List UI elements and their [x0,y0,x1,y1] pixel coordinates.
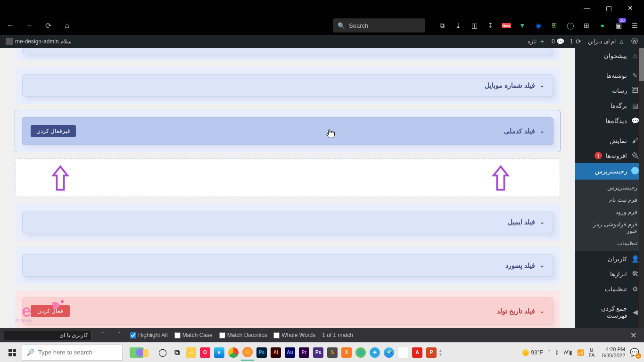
browser-menu-button[interactable]: ☰ [629,20,640,31]
find-close-button[interactable]: ✕ [630,331,636,340]
appearance-icon: 🖌 [631,137,639,144]
taskbar-overflow-scroll[interactable]: ▴▾ [439,348,445,357]
sub-item-registerpress[interactable]: رجیسترپرس [575,181,644,194]
sidebar-item-label: رجیسترپرس [595,168,627,175]
sidebar-item-registerpress[interactable]: رجیسترپرس [575,163,644,180]
window-maximize-button[interactable]: ▢ [598,2,619,14]
chevron-down-icon: ⌄ [540,262,545,269]
ext-circle-icon[interactable]: ◯ [565,20,576,31]
taskbar-telegram-icon[interactable]: ✈ [368,345,382,361]
start-button[interactable] [3,344,22,361]
taskbar-globe-icon[interactable]: 🌐 [354,345,368,361]
nav-home-button[interactable]: ⌂ [60,19,74,32]
taskbar-weather[interactable]: 93°F [522,349,543,356]
taskbar-opera-icon[interactable]: O [198,345,212,361]
taskbar-ps-alt-icon[interactable]: Ps [311,345,325,361]
main-content: ⌄فیلد شماره موبایل ⌄فیلد کدملی غیرفعال ک… [0,48,575,328]
tray-notifications-icon[interactable]: 💬4 [630,348,639,357]
taskbar-explorer-icon[interactable]: 📁 [184,345,198,361]
sub-item-login-form[interactable]: فرم ورود [575,206,644,218]
find-prev-button[interactable]: ˆ [98,332,107,338]
ext-puzzle-icon[interactable]: ⧉ [437,20,448,31]
ext-grid-icon[interactable]: ⊞ [581,20,592,31]
tray-language[interactable]: فاFA [589,347,594,358]
field-row-national[interactable]: ⌄فیلد کدملی غیرفعال کردن [22,117,553,145]
windows-taskbar: 🔎 Type here to search ◯ ⧉ 📁 O e Ps Ai Au… [0,342,644,362]
taskbar-audition-icon[interactable]: Au [283,345,297,361]
find-matchcase-checkbox[interactable]: Match Case [174,332,213,338]
wp-new-link[interactable]: +تازه [528,38,546,45]
sidebar-item-settings[interactable]: ⚙تنظیمات [575,281,644,296]
ext-download-icon[interactable]: ⤓ [453,20,464,31]
window-minimize-button[interactable]: — [576,2,598,14]
taskbar-search-input[interactable]: 🔎 Type here to search [22,345,123,361]
ext-shield-icon[interactable]: ⛨ [549,20,560,31]
tray-battery-icon[interactable]: 🗲▮ [563,349,572,356]
sidebar-item-media[interactable]: 🖾رسانه [575,83,644,98]
page-scrollbar[interactable] [639,48,644,328]
window-close-button[interactable]: ✕ [619,2,641,14]
browser-search-input[interactable]: 🔍 Search [333,18,425,33]
wp-site-link[interactable]: ⌂ام ای دیزاین [588,38,625,45]
sidebar-item-users[interactable]: 👤کاربران [575,251,644,266]
sidebar-item-pages[interactable]: ▤برگه‌ها [575,98,644,113]
sidebar-item-posts[interactable]: ✎نوشته‌ها [575,68,644,83]
tray-wifi-icon[interactable]: 📶 [577,349,584,356]
ext-save-icon[interactable]: ↧ [485,20,496,31]
drop-zone[interactable] [15,158,560,197]
nav-back-button[interactable]: ← [4,19,17,32]
taskbar-widget[interactable] [125,344,154,361]
taskbar-earth-icon[interactable]: 🌍 [382,345,396,361]
wp-logo-icon[interactable]: ⓦ [631,38,638,45]
sub-item-forgot-form[interactable]: فرم فراموشی رمز عبور [575,218,644,237]
sub-item-register-form[interactable]: فرم ثبت نام [575,194,644,206]
wp-updates-link[interactable]: ⟳1 [570,38,583,45]
find-next-button[interactable]: ˇ [114,332,124,338]
tray-bluetooth-icon[interactable]: ᛒ [555,349,559,356]
taskbar-firefox-icon[interactable] [240,345,255,361]
field-row-email[interactable]: ⌄فیلد ایمیل [22,211,553,233]
taskbar-powerpoint-icon[interactable]: P [424,345,438,361]
sidebar-item-label: افزونه‌ها [606,152,627,159]
ext-adblock-icon[interactable]: ◉ [533,20,544,31]
taskbar-illustrator-icon[interactable]: Ai [269,345,283,361]
deactivate-button[interactable]: غیرفعال کردن [31,125,76,137]
sidebar-item-plugins[interactable]: 🔌افزونه‌ها1 [575,148,644,163]
wp-comments-link[interactable]: 💬0 [552,38,564,45]
ext-grammarly-icon[interactable]: ● [597,20,608,31]
wp-user-greeting[interactable]: سلام me-design-admin [6,38,72,45]
taskbar-xampp-icon[interactable]: X [339,345,354,361]
find-diacritics-checkbox[interactable]: Match Diacritics [219,332,267,338]
field-row-birthdate[interactable]: ⌄فیلد تاریخ تولد فعال کردن [22,297,553,325]
ext-vpn-icon[interactable]: ▼ [517,20,528,31]
find-highlight-checkbox[interactable]: Highlight All [130,332,168,338]
sidebar-item-comments[interactable]: 💬دیدگاه‌ها [575,113,644,128]
taskbar-sublime-icon[interactable]: S [325,345,339,361]
find-input[interactable] [4,330,91,340]
ext-badge-icon[interactable]: 36▣ [613,20,624,31]
field-row-password[interactable]: ⌄فیلد پسورد [22,254,553,277]
taskbar-taskview-icon[interactable]: ⧉ [170,345,184,361]
field-row-partial[interactable] [22,48,553,54]
nav-forward-button[interactable]: → [23,19,36,32]
tray-clock[interactable]: 4:20 PM8/30/2022 [602,346,625,358]
taskbar-cortana-icon[interactable]: ◯ [156,345,170,361]
taskbar-drive-icon[interactable]: ▲ [396,345,410,361]
ext-new-icon[interactable]: New [501,20,512,31]
sidebar-item-appearance[interactable]: 🖌نمایش [575,133,644,148]
taskbar-chrome-icon[interactable] [226,345,240,361]
taskbar-edge-icon[interactable]: e [212,345,226,361]
taskbar-premiere-icon[interactable]: Pr [297,345,311,361]
sidebar-item-collapse[interactable]: ◀جمع کردن فهرست [575,301,644,323]
sub-item-settings[interactable]: تنظیمات [575,237,644,249]
find-wholewords-checkbox[interactable]: Whole Words [273,332,315,338]
sidebar-item-dashboard[interactable]: ⌂پیشخوان [575,48,644,63]
ext-pocket-icon[interactable]: ◫ [469,20,480,31]
sidebar-item-tools[interactable]: 🛠ابزارها [575,266,644,281]
taskbar-acrobat-icon[interactable]: A [410,345,424,361]
field-row-mobile[interactable]: ⌄فیلد شماره موبایل [22,74,553,97]
tray-chevron-icon[interactable]: ˄ [548,349,551,356]
scrollbar-thumb[interactable] [639,48,644,81]
nav-reload-button[interactable]: ⟳ [41,19,55,32]
taskbar-photoshop-icon[interactable]: Ps [255,345,269,361]
